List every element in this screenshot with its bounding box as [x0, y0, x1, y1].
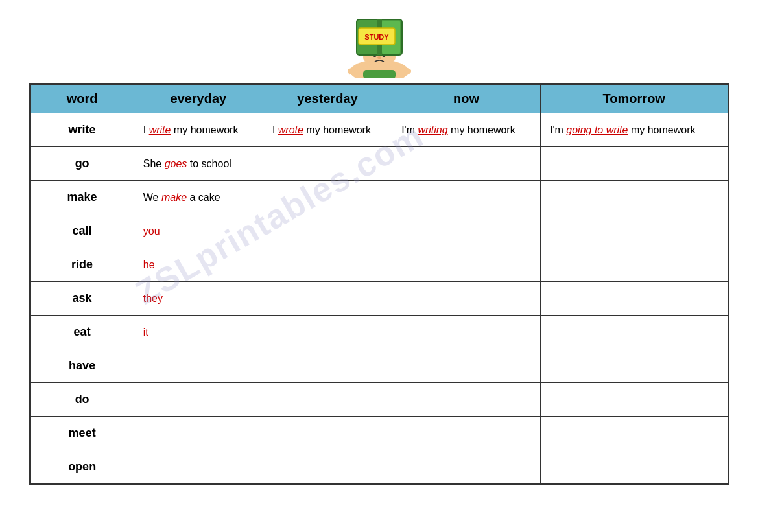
table-row: meet: [30, 417, 728, 450]
table-row: goShe goes to school: [30, 147, 728, 181]
cell-content: [134, 417, 263, 450]
cell-content: [541, 181, 728, 214]
cell-content: it: [134, 316, 263, 349]
cell-content: [392, 147, 541, 181]
header-word: word: [30, 85, 134, 113]
cell-content: [263, 450, 392, 484]
cell-content: [263, 214, 392, 248]
cell-content: [541, 417, 728, 450]
table-row: writeI write my homeworkI wrote my homew…: [30, 113, 728, 147]
cell-content: I'm writing my homework: [392, 113, 541, 147]
cell-content: [541, 248, 728, 282]
cell-content: [392, 214, 541, 248]
cell-content: [541, 383, 728, 417]
cell-word: ask: [30, 282, 134, 316]
cell-content: you: [134, 214, 263, 248]
svg-point-8: [377, 56, 381, 59]
cell-content: [541, 214, 728, 248]
cell-word: eat: [30, 316, 134, 349]
cell-word: call: [30, 214, 134, 248]
cell-content: I wrote my homework: [263, 113, 392, 147]
cell-content: [392, 316, 541, 349]
cell-content: [134, 383, 263, 417]
cell-content: We make a cake: [134, 181, 263, 214]
cell-content: [134, 450, 263, 484]
cell-content: [263, 316, 392, 349]
cell-content: [392, 450, 541, 484]
cell-word: go: [30, 147, 134, 181]
cell-content: [541, 349, 728, 383]
table-row: have: [30, 349, 728, 383]
cell-word: meet: [30, 417, 134, 450]
cell-content: She goes to school: [134, 147, 263, 181]
table-container: word everyday yesterday now Tomorrow wri…: [29, 83, 729, 485]
table-row: open: [30, 450, 728, 484]
cell-content: [263, 248, 392, 282]
cell-content: [541, 147, 728, 181]
cell-word: open: [30, 450, 134, 484]
header-illustration: STUDY: [295, 6, 464, 78]
cell-content: [392, 181, 541, 214]
cell-content: he: [134, 248, 263, 282]
cell-word: write: [30, 113, 134, 147]
table-row: do: [30, 383, 728, 417]
cell-word: do: [30, 383, 134, 417]
main-table: word everyday yesterday now Tomorrow wri…: [30, 84, 728, 484]
cell-content: [541, 450, 728, 484]
cell-content: [263, 383, 392, 417]
table-row: makeWe make a cake: [30, 181, 728, 214]
cell-content: I'm going to write my homework: [541, 113, 728, 147]
svg-text:STUDY: STUDY: [364, 33, 389, 41]
cell-content: [263, 181, 392, 214]
table-row: ridehe: [30, 248, 728, 282]
header-row: word everyday yesterday now Tomorrow: [30, 85, 728, 113]
cell-content: [392, 349, 541, 383]
cell-content: [263, 417, 392, 450]
cell-content: [392, 383, 541, 417]
cell-content: [263, 147, 392, 181]
cell-content: [392, 282, 541, 316]
table-row: askthey: [30, 282, 728, 316]
cell-content: I write my homework: [134, 113, 263, 147]
cell-content: [541, 282, 728, 316]
header-yesterday: yesterday: [263, 85, 392, 113]
cell-content: [134, 349, 263, 383]
cell-content: [392, 417, 541, 450]
cell-content: [392, 248, 541, 282]
svg-rect-16: [363, 70, 396, 78]
cell-word: ride: [30, 248, 134, 282]
header-now: now: [392, 85, 541, 113]
table-row: callyou: [30, 214, 728, 248]
cell-word: have: [30, 349, 134, 383]
header-everyday: everyday: [134, 85, 263, 113]
cell-content: [263, 349, 392, 383]
page-wrapper: STUDY ZSLprintables.com word everyday ye…: [0, 0, 758, 532]
cell-content: [263, 282, 392, 316]
table-row: eatit: [30, 316, 728, 349]
header-tomorrow: Tomorrow: [541, 85, 728, 113]
cell-word: make: [30, 181, 134, 214]
cell-content: they: [134, 282, 263, 316]
cell-content: [541, 316, 728, 349]
